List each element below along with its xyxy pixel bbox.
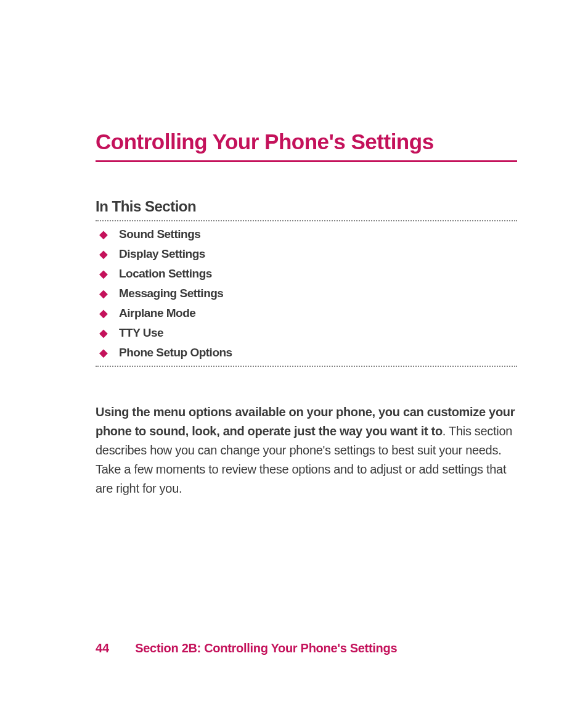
dotted-divider-bottom [96, 366, 517, 367]
toc-label: Sound Settings [119, 228, 200, 241]
diamond-icon: ◆ [99, 287, 108, 300]
diamond-icon: ◆ [99, 228, 108, 241]
toc-label: Phone Setup Options [119, 346, 232, 359]
toc-item: ◆ Phone Setup Options [99, 346, 517, 359]
page-footer: 44 Section 2B: Controlling Your Phone's … [96, 641, 397, 655]
toc-item: ◆ Messaging Settings [99, 287, 517, 300]
page-number: 44 [96, 641, 109, 655]
diamond-icon: ◆ [99, 346, 108, 359]
body-paragraph: Using the menu options available on your… [96, 403, 517, 498]
title-underline [96, 160, 517, 162]
toc-item: ◆ Airplane Mode [99, 306, 517, 320]
toc-label: Messaging Settings [119, 287, 223, 300]
toc-list: ◆ Sound Settings ◆ Display Settings ◆ Lo… [96, 228, 517, 359]
diamond-icon: ◆ [99, 326, 108, 340]
toc-label: Display Settings [119, 247, 205, 261]
toc-label: Location Settings [119, 267, 212, 281]
toc-label: TTY Use [119, 326, 163, 340]
diamond-icon: ◆ [99, 306, 108, 320]
toc-item: ◆ Display Settings [99, 247, 517, 261]
page-content: Controlling Your Phone's Settings In Thi… [0, 0, 588, 498]
diamond-icon: ◆ [99, 267, 108, 281]
dotted-divider-top [96, 220, 517, 221]
toc-label: Airplane Mode [119, 306, 195, 320]
toc-item: ◆ Location Settings [99, 267, 517, 281]
footer-label: Section 2B: Controlling Your Phone's Set… [135, 641, 397, 655]
section-heading: In This Section [96, 198, 517, 215]
toc-item: ◆ Sound Settings [99, 228, 517, 241]
toc-item: ◆ TTY Use [99, 326, 517, 340]
diamond-icon: ◆ [99, 247, 108, 261]
page-title: Controlling Your Phone's Settings [96, 129, 517, 154]
